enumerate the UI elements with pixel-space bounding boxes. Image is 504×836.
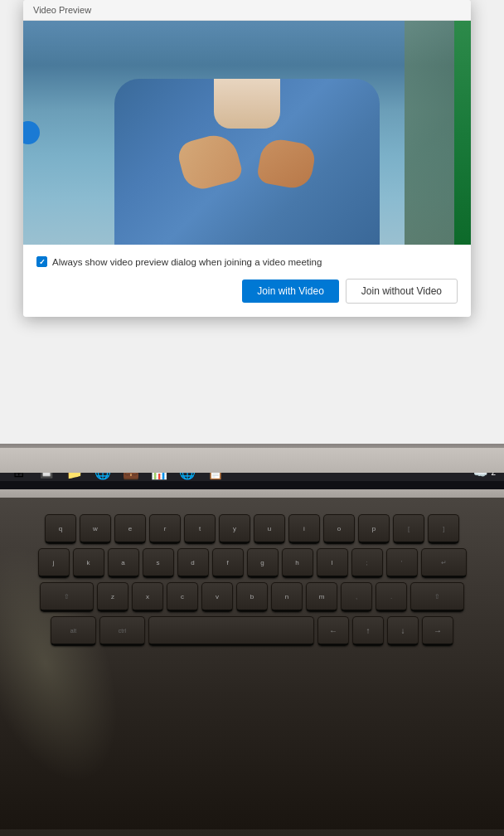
key-w[interactable]: w <box>80 514 111 544</box>
key-arrow-u[interactable]: ↑ <box>352 616 384 646</box>
key-c[interactable]: c <box>167 582 198 612</box>
key-semicolon[interactable]: ; <box>351 548 383 578</box>
hand-right <box>256 137 317 191</box>
key-shift-r[interactable]: ⇧ <box>410 582 464 612</box>
keyboard-surface: q w e r t y u i o p [ ] j k a <box>0 498 504 829</box>
key-ctrl-l[interactable]: ctrl <box>99 616 145 646</box>
key-p[interactable]: p <box>358 514 390 544</box>
key-j[interactable]: j <box>38 548 70 578</box>
dialog-title: Video Preview <box>33 5 91 15</box>
key-o[interactable]: o <box>323 514 355 544</box>
key-comma[interactable]: , <box>341 582 372 612</box>
keyboard-area: q w e r t y u i o p [ ] j k a <box>0 489 504 836</box>
screen-container: Video Preview <box>0 0 504 836</box>
key-e[interactable]: e <box>114 514 146 544</box>
key-g[interactable]: g <box>247 548 279 578</box>
join-without-video-button[interactable]: Join without Video <box>346 279 458 304</box>
join-with-video-button[interactable]: Join with Video <box>242 279 339 303</box>
person-figure <box>81 21 413 245</box>
key-row-4: alt ctrl ← ↑ ↓ → <box>8 616 496 646</box>
dialog-title-bar: Video Preview <box>23 0 471 21</box>
key-period[interactable]: . <box>376 582 407 612</box>
key-d[interactable]: d <box>177 548 209 578</box>
key-i[interactable]: i <box>288 514 320 544</box>
key-b[interactable]: b <box>236 582 268 612</box>
key-row-1: q w e r t y u i o p [ ] <box>8 514 496 544</box>
key-r[interactable]: r <box>149 514 181 544</box>
key-u[interactable]: u <box>254 514 285 544</box>
key-f[interactable]: f <box>212 548 244 578</box>
shirt-body <box>114 79 380 245</box>
key-y[interactable]: y <box>219 514 250 544</box>
dialog-footer: Always show video preview dialog when jo… <box>23 245 471 317</box>
key-row-2: j k a s d f g h l ; ' ↵ <box>8 548 496 578</box>
laptop-screen: Video Preview <box>0 0 504 481</box>
key-shift-l[interactable]: ⇧ <box>40 582 94 612</box>
left-sidebar-button[interactable] <box>23 121 40 144</box>
checkbox-label: Always show video preview dialog when jo… <box>52 257 322 267</box>
key-m[interactable]: m <box>306 582 337 612</box>
hands-area <box>172 120 322 195</box>
key-bracket-r[interactable]: ] <box>428 514 459 544</box>
key-q[interactable]: q <box>45 514 76 544</box>
key-arrow-l[interactable]: ← <box>317 616 349 646</box>
key-n[interactable]: n <box>271 582 303 612</box>
key-t[interactable]: t <box>184 514 216 544</box>
video-preview-dialog: Video Preview <box>23 0 471 317</box>
video-preview-area <box>23 21 471 245</box>
key-s[interactable]: s <box>143 548 174 578</box>
key-enter[interactable]: ↵ <box>421 548 467 578</box>
key-a[interactable]: a <box>108 548 139 578</box>
always-show-checkbox[interactable] <box>36 256 47 267</box>
side-panel <box>454 21 471 245</box>
key-x[interactable]: x <box>132 582 163 612</box>
key-space[interactable] <box>148 616 314 646</box>
key-arrow-d[interactable]: ↓ <box>387 616 419 646</box>
key-quote[interactable]: ' <box>386 548 418 578</box>
hand-left <box>175 130 244 193</box>
checkbox-row: Always show video preview dialog when jo… <box>36 256 458 267</box>
key-z[interactable]: z <box>97 582 128 612</box>
key-bracket-l[interactable]: [ <box>393 514 424 544</box>
key-l[interactable]: l <box>317 548 348 578</box>
key-k[interactable]: k <box>73 548 104 578</box>
key-arrow-r[interactable]: → <box>422 616 453 646</box>
key-h[interactable]: h <box>282 548 313 578</box>
key-alt-l[interactable]: alt <box>51 616 96 646</box>
keyboard-rows: q w e r t y u i o p [ ] j k a <box>8 514 496 650</box>
desktop-area <box>0 448 504 473</box>
key-row-3: ⇧ z x c v b n m , . ⇧ <box>8 582 496 612</box>
key-v[interactable]: v <box>201 582 233 612</box>
buttons-row: Join with Video Join without Video <box>36 279 458 304</box>
